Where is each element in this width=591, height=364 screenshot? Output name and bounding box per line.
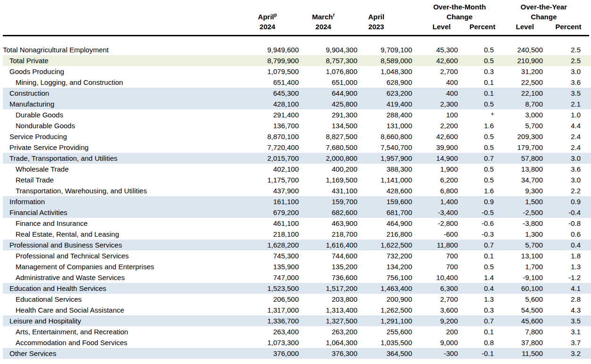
cell-march-2024: 291,300 [299,109,357,120]
cell-oty-percent: 3.0 [543,174,581,185]
cell-oty-level: 5,700 [494,120,543,131]
cell-otm-percent: 0.7 [458,153,494,164]
cell-march-2024: 263,200 [299,326,357,337]
cell-otm-percent: 1.4 [458,272,494,283]
cell-april-2023: 756,100 [357,272,412,283]
row-label: Professional and Business Services [3,240,236,250]
row-label: Education and Health Services [3,283,236,294]
cell-otm-percent: 0.1 [458,250,494,261]
cell-march-2024: 1,169,500 [299,174,357,185]
cell-otm-percent: 0.1 [458,326,494,337]
table-row: Arts, Entertainment, and Recreation263,4… [3,326,591,337]
header-otm-percent: Percent [464,22,500,32]
row-label: Total Nonagricultural Employment [3,44,236,55]
cell-april-2024: 206,500 [236,294,299,305]
cell-march-2024: 1,064,300 [299,337,357,348]
row-label: Durable Goods [3,109,236,120]
cell-oty-percent: -1.2 [543,272,581,283]
cell-oty-percent: 4.3 [543,305,581,315]
cell-april-2023: 1,957,900 [357,153,412,164]
cell-april-2023: 216,800 [357,229,412,240]
cell-oty-percent: 2.5 [543,44,581,55]
row-label: Other Services [3,348,236,359]
cell-oty-percent: 3.1 [543,326,581,337]
cell-oty-percent: 4.4 [543,120,581,131]
cell-otm-percent: 0.4 [458,283,494,294]
cell-april-2024: 8,799,900 [236,55,299,66]
table-row: Financial Activities679,200682,600681,70… [3,207,591,218]
cell-april-2023: 200,900 [357,294,412,305]
cell-march-2024: 1,327,500 [299,315,357,326]
cell-march-2024: 135,200 [299,261,357,272]
cell-otm-level: 700 [412,261,458,272]
row-label: Arts, Entertainment, and Recreation [3,326,236,337]
cell-otm-level: 9,200 [412,315,458,326]
cell-april-2024: 747,000 [236,272,299,283]
row-label: Financial Activities [3,207,236,218]
cell-oty-percent: 4.1 [543,283,581,294]
table-row: Transportation, Warehousing, and Utiliti… [3,185,591,196]
header-spacer [3,2,236,12]
cell-oty-level: 9,300 [494,185,543,196]
cell-otm-percent: 0.5 [458,55,494,66]
cell-march-2024: 203,800 [299,294,357,305]
cell-march-2024: 400,200 [299,164,357,174]
row-label: Transportation, Warehousing, and Utiliti… [3,185,236,196]
cell-march-2024: 1,616,400 [299,240,357,250]
cell-april-2024: 461,100 [236,218,299,229]
cell-april-2023: 1,622,500 [357,240,412,250]
header-oty-level: Level [500,22,549,32]
cell-march-2024: 1,076,800 [299,66,357,77]
header-row-months: Aprilp Marchr April Change Change [3,12,591,22]
cell-april-2023: 1,291,100 [357,315,412,326]
cell-otm-level: 6,200 [412,174,458,185]
cell-otm-level: 6,300 [412,283,458,294]
cell-april-2023: 388,300 [357,164,412,174]
cell-april-2024: 291,400 [236,109,299,120]
cell-oty-percent: 2.1 [543,99,581,109]
table-row: Professional and Technical Services745,3… [3,250,591,261]
table-row: Wholesale Trade402,100400,200388,3001,90… [3,164,591,174]
cell-april-2024: 136,700 [236,120,299,131]
cell-oty-percent: 2.2 [543,185,581,196]
cell-otm-percent: 0.5 [458,99,494,109]
table-row: Private Service Providing7,720,4007,680,… [3,142,591,153]
header-year-2024r: 2024 [294,22,353,32]
cell-april-2023: 7,540,700 [357,142,412,153]
cell-oty-percent: 3.0 [543,66,581,77]
cell-march-2024: 463,900 [299,218,357,229]
cell-otm-percent: 0.1 [458,77,494,88]
cell-april-2024: 1,336,700 [236,315,299,326]
cell-oty-level: 13,800 [494,164,543,174]
row-label: Leisure and Hospitality [3,315,236,326]
cell-otm-level: 2,200 [412,120,458,131]
cell-oty-level: 8,700 [494,99,543,109]
cell-otm-percent: 1.6 [458,185,494,196]
table-row: Service Producing8,870,1008,827,5008,660… [3,131,591,142]
cell-april-2023: 255,600 [357,326,412,337]
cell-april-2024: 161,100 [236,196,299,207]
cell-otm-level: 42,600 [412,131,458,142]
cell-april-2023: 8,660,800 [357,131,412,142]
row-label: Accommodation and Food Services [3,337,236,348]
cell-april-2024: 745,300 [236,250,299,261]
cell-oty-percent: 3.0 [543,153,581,164]
cell-otm-percent: 0.3 [458,66,494,77]
cell-oty-level: 7,800 [494,326,543,337]
cell-otm-percent: 0.7 [458,240,494,250]
cell-oty-level: 31,200 [494,66,543,77]
cell-april-2024: 645,300 [236,88,299,99]
cell-oty-level: 5,600 [494,294,543,305]
cell-otm-percent: * [458,109,494,120]
cell-otm-level: 1,400 [412,196,458,207]
row-label: Management of Companies and Enterprises [3,261,236,272]
cell-oty-level: 1,500 [494,196,543,207]
cell-april-2024: 402,100 [236,164,299,174]
cell-april-2023: 1,141,000 [357,174,412,185]
header-col-april-2024: Aprilp [236,12,299,22]
table-row: Educational Services206,500203,800200,90… [3,294,591,305]
cell-march-2024: 159,700 [299,196,357,207]
table-row: Administrative and Waste Services747,000… [3,272,591,283]
table-row: Accommodation and Food Services1,073,300… [3,337,591,348]
cell-otm-percent: -0.3 [458,229,494,240]
